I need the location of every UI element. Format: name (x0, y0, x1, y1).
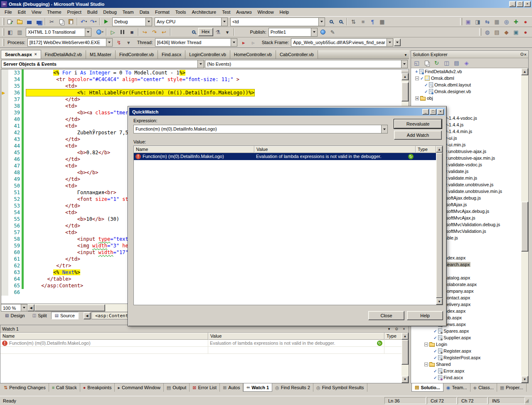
menu-build[interactable]: Build (84, 8, 100, 16)
column-header-type[interactable]: Type (416, 146, 436, 153)
properties-button[interactable]: ◱ (412, 59, 421, 68)
tab-watch-1[interactable]: ∞Watch 1 (243, 383, 272, 392)
scroll-up-button[interactable]: ▲ (401, 333, 409, 340)
show-flagged-threads-icon[interactable]: ▹ (249, 38, 258, 47)
menu-view[interactable]: View (29, 8, 44, 16)
format-document-button[interactable]: ▥ (15, 27, 25, 37)
tree-item[interactable]: ✓Spares.aspx (411, 328, 521, 334)
indicator-margin[interactable] (1, 123, 8, 129)
indicator-margin[interactable] (1, 236, 8, 242)
publish-profile-combo[interactable]: Profile1 (268, 28, 318, 37)
table-button[interactable]: ▦ (492, 17, 502, 26)
scroll-down-button[interactable]: ▼ (401, 376, 409, 383)
indicator-margin[interactable] (1, 69, 8, 76)
expression-combo[interactable]: Function(m) (m(0).DetailInfo.MakeLogo) (133, 125, 388, 133)
toolbar-grip[interactable] (460, 18, 462, 25)
tab-solution-explorer[interactable]: ▤Solutio... (411, 383, 443, 392)
scroll-left-button[interactable]: ◀ (27, 304, 34, 311)
tree-item[interactable]: ✓RegisterPost.aspx (411, 354, 521, 361)
hex-toggle-button[interactable]: Hex (198, 28, 213, 36)
menu-help[interactable]: Help (277, 8, 292, 16)
show-current-process-icon[interactable]: ↯ (114, 38, 124, 47)
scroll-up-button[interactable]: ▲ (436, 146, 443, 153)
refresh-icon[interactable]: ↻ (377, 341, 382, 346)
document-tab-m1-master[interactable]: M1.Master (86, 50, 116, 59)
indicator-margin[interactable] (1, 163, 8, 169)
list-button[interactable]: ▤ (492, 27, 502, 37)
paste-button[interactable] (66, 17, 76, 26)
copy-button[interactable] (57, 17, 66, 26)
toolbar-overflow-dropdown[interactable] (394, 39, 401, 46)
window-position-icon[interactable]: ▾ (386, 327, 392, 331)
indicator-margin[interactable] (1, 156, 8, 163)
style-sheet-button[interactable]: ◧ (5, 27, 15, 37)
menu-debug[interactable]: Debug (100, 8, 119, 16)
scroll-thumb[interactable] (401, 340, 409, 365)
reevaluate-button[interactable]: Reevaluate (394, 119, 442, 128)
indicator-margin[interactable] (1, 169, 8, 176)
watch-row-empty[interactable] (0, 347, 409, 354)
view-class-diagram-button[interactable]: ◈ (462, 59, 471, 68)
tree-item[interactable]: ✓Omsk.dbml.layout (411, 81, 521, 88)
swap-button[interactable]: ⇆ (483, 17, 492, 26)
scroll-up-button[interactable]: ▲ (401, 73, 409, 80)
tab-class-view[interactable]: ◈Class... (470, 383, 497, 392)
expand-icon[interactable]: + (415, 96, 419, 100)
scroll-thumb[interactable] (34, 304, 105, 311)
step-over-button[interactable]: ↷ (150, 27, 159, 37)
indicator-margin[interactable] (1, 276, 8, 282)
thread-combo[interactable]: [6436] Worker Thread (155, 38, 237, 47)
menu-theme[interactable]: Theme (44, 8, 64, 16)
indicator-margin[interactable] (1, 262, 8, 269)
chevron-down-icon[interactable] (106, 39, 112, 46)
undo-button[interactable]: ↶▾ (79, 17, 89, 26)
chevron-down-icon[interactable] (197, 60, 204, 68)
indicator-margin[interactable] (1, 149, 8, 156)
chevron-down-icon[interactable] (318, 18, 325, 26)
target-button[interactable]: ◎ (502, 17, 511, 26)
quickwatch-scrollbar[interactable]: ▲ ▼ (436, 146, 443, 305)
doctype-combo[interactable]: XHTML 1.0 Transitional (26, 28, 91, 37)
schema-button[interactable]: ◆ (502, 27, 511, 37)
view-code-button[interactable]: ◫ (442, 59, 451, 68)
column-header-name[interactable]: Name (134, 146, 254, 153)
tab-call-stack[interactable]: ≡Call Stack (49, 383, 80, 392)
indicator-margin[interactable] (1, 216, 8, 222)
indicator-margin[interactable] (1, 76, 8, 83)
indicator-margin[interactable] (1, 229, 8, 236)
solution-explorer-title-bar[interactable]: Solution Explorer ⊙ × (411, 51, 528, 58)
watch-find-button[interactable] (189, 27, 198, 37)
stack-frame-combo[interactable]: App_Web_uoyb55uc.dll!ASP.views_find_sear (291, 38, 393, 47)
document-tab-finddetailadv2-vb[interactable]: FindDetailAdv2.vb (41, 50, 86, 59)
menu-file[interactable]: File (2, 8, 15, 16)
html-outline-button[interactable]: ▣ (463, 17, 473, 26)
find-in-files-button[interactable] (336, 17, 345, 26)
chevron-down-icon[interactable] (401, 60, 407, 68)
menu-data[interactable]: Data (137, 8, 152, 16)
process-combo[interactable]: [8172] WebDev.WebServer40.EXE (27, 38, 113, 47)
code-line[interactable]: 33 <% For i As Integer = 0 To Model.Coun… (1, 69, 401, 76)
indicator-margin[interactable] (1, 103, 8, 109)
indicator-margin[interactable] (1, 96, 8, 103)
design-view-button[interactable]: ▧ Design (2, 312, 28, 319)
menu-format[interactable]: Format (152, 8, 172, 16)
tab-breakpoints[interactable]: ●Breakpoints (80, 383, 115, 392)
cut-button[interactable]: ✂ (47, 17, 57, 26)
open-file-button[interactable] (15, 17, 25, 26)
immediate-window-button[interactable]: ⚗ (213, 27, 223, 37)
close-icon[interactable]: × (401, 327, 407, 331)
chevron-down-icon[interactable] (311, 28, 317, 36)
tree-item[interactable]: +obj (411, 95, 521, 101)
formatting-marks-button[interactable]: ¶ (368, 17, 377, 26)
events-dropdown[interactable]: (No Events) (205, 60, 408, 68)
document-tab-search-aspx[interactable]: Search.aspx× (1, 50, 41, 59)
break-all-button[interactable] (118, 27, 127, 37)
menu-window[interactable]: Window (254, 8, 276, 16)
help-button[interactable]: Help (407, 311, 443, 320)
refresh-button[interactable]: ↻ (432, 59, 441, 68)
indicator-margin[interactable] (1, 289, 8, 296)
menu-architecture[interactable]: Architecture (189, 8, 219, 16)
menu-edit[interactable]: Edit (15, 8, 29, 16)
tree-item[interactable]: ✓Register.aspx (411, 348, 521, 354)
indicator-margin[interactable] (1, 242, 8, 249)
